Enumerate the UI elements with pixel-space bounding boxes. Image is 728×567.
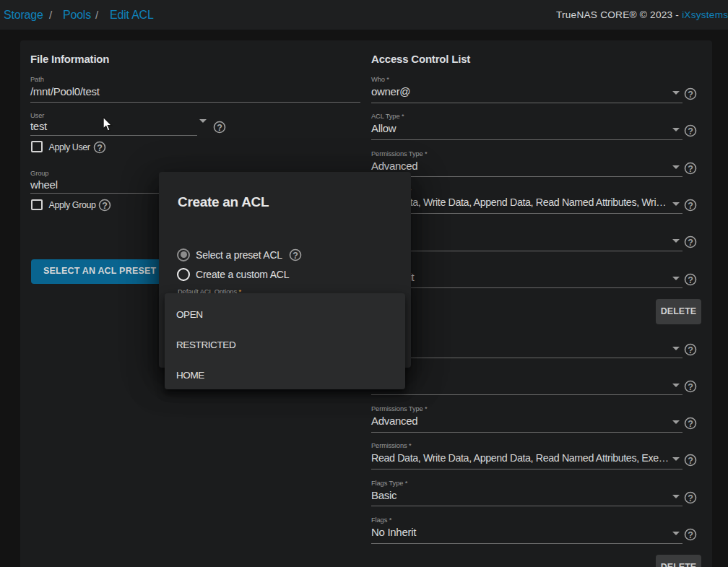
svg-text:?: ? [688, 274, 693, 285]
svg-text:?: ? [688, 126, 693, 137]
svg-text:?: ? [102, 201, 108, 211]
svg-text:?: ? [688, 238, 693, 248]
svg-text:?: ? [292, 250, 298, 260]
svg-text:?: ? [688, 382, 693, 392]
svg-text:?: ? [217, 122, 222, 132]
svg-text:?: ? [688, 493, 693, 503]
svg-text:?: ? [688, 456, 693, 466]
svg-text:?: ? [688, 90, 693, 100]
svg-text:?: ? [688, 530, 693, 540]
svg-text:?: ? [688, 345, 693, 355]
svg-text:?: ? [688, 419, 693, 429]
svg-text:?: ? [97, 142, 103, 152]
svg-text:?: ? [688, 201, 693, 211]
svg-text:?: ? [688, 163, 693, 173]
